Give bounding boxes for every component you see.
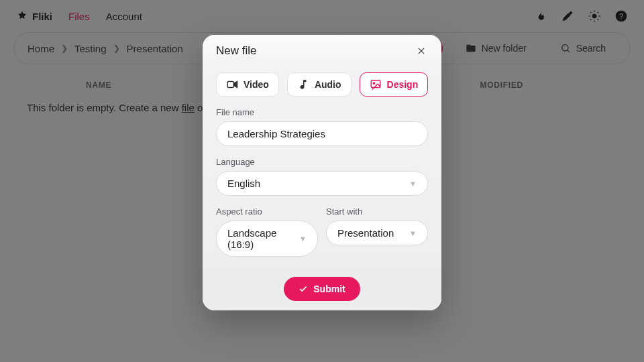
- design-icon: [370, 78, 382, 90]
- modal-overlay[interactable]: New file Video Audio: [0, 0, 644, 362]
- chevron-down-icon: ▼: [299, 235, 307, 243]
- modal-header: New file: [203, 35, 441, 64]
- svg-marker-16: [235, 82, 237, 88]
- tab-video[interactable]: Video: [216, 72, 279, 97]
- aspect-ratio-select[interactable]: Landscape (16:9) ▼: [216, 221, 318, 257]
- tab-audio-label: Audio: [315, 79, 341, 90]
- language-value: English: [227, 178, 260, 189]
- start-with-value: Presentation: [337, 227, 394, 239]
- audio-icon: [297, 78, 309, 90]
- modal-footer: Submit: [203, 267, 441, 310]
- close-icon[interactable]: [415, 44, 428, 58]
- file-type-tabs: Video Audio Design: [216, 72, 428, 97]
- chevron-down-icon: ▼: [409, 180, 417, 188]
- tab-design[interactable]: Design: [360, 72, 429, 97]
- submit-button[interactable]: Submit: [284, 277, 360, 301]
- video-icon: [226, 78, 238, 90]
- tab-video-label: Video: [244, 79, 269, 90]
- svg-rect-15: [227, 82, 233, 88]
- submit-label: Submit: [313, 284, 345, 294]
- tab-design-label: Design: [387, 79, 419, 90]
- file-name-label: File name: [216, 107, 428, 117]
- file-name-input[interactable]: [216, 121, 428, 146]
- start-with-select[interactable]: Presentation ▼: [326, 221, 428, 245]
- aspect-ratio-value: Landscape (16:9): [227, 227, 299, 250]
- chevron-down-icon: ▼: [409, 229, 417, 237]
- modal-body: Video Audio Design File name L: [203, 64, 441, 267]
- tab-audio[interactable]: Audio: [287, 72, 352, 97]
- new-file-modal: New file Video Audio: [203, 35, 441, 310]
- language-label: Language: [216, 157, 428, 167]
- aspect-ratio-label: Aspect ratio: [216, 206, 318, 217]
- modal-title: New file: [216, 44, 256, 58]
- start-with-label: Start with: [326, 206, 428, 217]
- svg-point-18: [373, 82, 374, 84]
- language-select[interactable]: English ▼: [216, 171, 428, 196]
- check-icon: [299, 284, 308, 294]
